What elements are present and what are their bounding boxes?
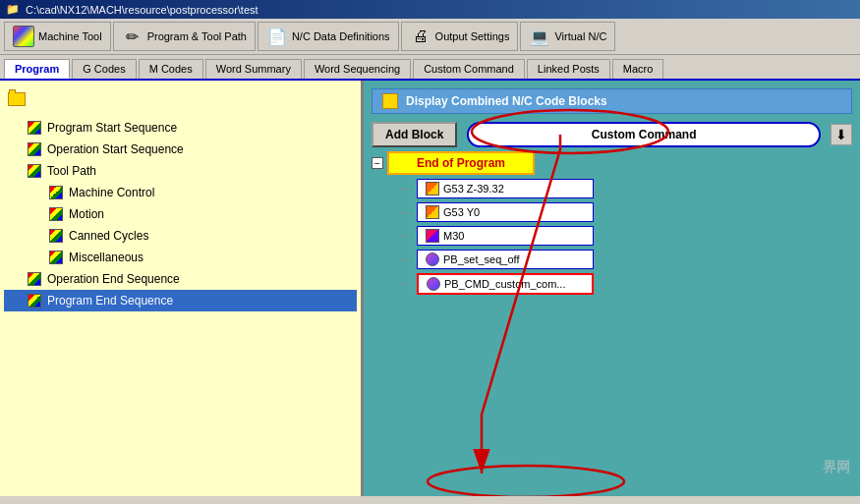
download-icon: ⬇ xyxy=(835,127,847,142)
colorblock-icon-miscellaneous xyxy=(47,249,65,266)
tree-label-operation-start: Operation Start Sequence xyxy=(47,142,184,156)
seq-item-g53-2[interactable]: G53 Y0 xyxy=(417,202,594,222)
end-of-program-block[interactable]: End of Program xyxy=(387,151,535,175)
connector-line-3 xyxy=(401,236,409,237)
combined-icon xyxy=(382,93,398,109)
main-content: Program Start Sequence Operation Start S… xyxy=(0,81,860,496)
pb-cmd-icon xyxy=(427,277,440,291)
tab-mcodes[interactable]: M Codes xyxy=(139,59,203,79)
tab-linked-posts[interactable]: Linked Posts xyxy=(527,59,610,79)
tab-macro[interactable]: Macro xyxy=(612,59,664,79)
tree-item-operation-end[interactable]: Operation End Sequence xyxy=(4,268,357,290)
nc-data-label: N/C Data Definitions xyxy=(292,30,390,42)
colorblock-icon-operation-start xyxy=(26,140,43,158)
expand-btn[interactable]: − xyxy=(372,157,383,169)
tree-label-machine-control: Machine Control xyxy=(69,186,154,199)
sequence-list: − End of Program G53 Z-39.32 G53 Y0 xyxy=(372,151,852,295)
tab-word-sequencing[interactable]: Word Sequencing xyxy=(304,59,411,79)
program-tool-path-btn[interactable]: ✏ Program & Tool Path xyxy=(113,22,256,51)
colorblock-icon-program-start xyxy=(26,119,43,137)
pb-set-label: PB_set_seq_off xyxy=(443,253,519,265)
program-tool-path-label: Program & Tool Path xyxy=(147,30,247,42)
combined-header: Display Combined N/C Code Blocks xyxy=(372,88,852,114)
download-button[interactable]: ⬇ xyxy=(831,124,852,145)
seq-item-pb-set[interactable]: PB_set_seq_off xyxy=(417,250,594,269)
tab-gcodes[interactable]: G Codes xyxy=(72,59,136,79)
svg-point-2 xyxy=(428,466,624,496)
seq-row-m30: M30 xyxy=(401,226,852,246)
end-of-program-label: End of Program xyxy=(417,156,505,170)
tree-item-program-end[interactable]: Program End Sequence xyxy=(4,290,357,311)
g53-1-icon xyxy=(426,182,439,196)
left-panel: Program Start Sequence Operation Start S… xyxy=(0,81,364,496)
connector-line-2 xyxy=(401,212,409,213)
end-of-program-row: − End of Program xyxy=(372,151,852,175)
add-block-button[interactable]: Add Block xyxy=(372,122,457,147)
seq-item-g53-1[interactable]: G53 Z-39.32 xyxy=(417,179,594,198)
seq-item-m30[interactable]: M30 xyxy=(417,226,594,246)
toolbar: Machine Tool ✏ Program & Tool Path 📄 N/C… xyxy=(0,19,860,55)
virtual-nc-btn[interactable]: 💻 Virtual N/C xyxy=(520,22,615,51)
tree-item-miscellaneous[interactable]: Miscellaneous xyxy=(4,247,357,268)
seq-row-g53-2: G53 Y0 xyxy=(401,202,852,222)
program-tool-path-icon: ✏ xyxy=(122,26,143,47)
tab-word-summary[interactable]: Word Summary xyxy=(205,59,302,79)
virtual-nc-label: Virtual N/C xyxy=(554,30,606,42)
seq-item-pb-cmd[interactable]: PB_CMD_custom_com... xyxy=(417,273,594,295)
tab-custom-command[interactable]: Custom Command xyxy=(413,59,525,79)
tree-item-program-start[interactable]: Program Start Sequence xyxy=(4,117,357,139)
machine-tool-btn[interactable]: Machine Tool xyxy=(4,22,111,51)
colorblock-icon-operation-end xyxy=(26,270,43,288)
tree-item-canned-cycles[interactable]: Canned Cycles xyxy=(4,225,357,247)
folder-icon: 📁 xyxy=(6,3,20,16)
m30-icon xyxy=(426,229,439,243)
right-panel: Display Combined N/C Code Blocks Add Blo… xyxy=(364,81,860,496)
colorblock-icon-machine-control xyxy=(47,184,65,201)
tree-label-miscellaneous: Miscellaneous xyxy=(69,251,143,264)
connector-line-4 xyxy=(401,259,409,260)
pb-cmd-label: PB_CMD_custom_com... xyxy=(444,278,565,290)
tree-item-operation-start[interactable]: Operation Start Sequence xyxy=(4,139,357,160)
seq-row-g53-1: G53 Z-39.32 xyxy=(401,179,852,198)
watermark: 界网 xyxy=(823,459,850,476)
output-settings-btn[interactable]: 🖨 Output Settings xyxy=(401,22,519,51)
tree-item-machine-control[interactable]: Machine Control xyxy=(4,182,357,203)
titlebar: 📁 C:\cad\NX12\MACH\resource\postprocesso… xyxy=(0,0,860,19)
tree-label-canned-cycles: Canned Cycles xyxy=(69,229,148,243)
tree-label-program-start: Program Start Sequence xyxy=(47,121,177,135)
tab-program[interactable]: Program xyxy=(4,59,70,79)
g53-2-label: G53 Y0 xyxy=(443,206,480,218)
machine-tool-label: Machine Tool xyxy=(38,30,102,42)
custom-command-dropdown[interactable]: Custom Command xyxy=(467,122,821,147)
nc-data-btn[interactable]: 📄 N/C Data Definitions xyxy=(258,22,399,51)
tree-label-program-end: Program End Sequence xyxy=(47,294,173,308)
controls-row: Add Block Custom Command ⬇ xyxy=(372,122,852,147)
nc-data-icon: 📄 xyxy=(266,26,288,47)
combined-header-label: Display Combined N/C Code Blocks xyxy=(406,94,607,108)
output-settings-label: Output Settings xyxy=(435,30,510,42)
colorblock-icon-canned-cycles xyxy=(47,227,65,245)
output-settings-icon: 🖨 xyxy=(410,26,431,47)
tree-label-tool-path: Tool Path xyxy=(47,164,96,178)
colorblock-icon-program-end xyxy=(26,292,43,309)
machine-tool-icon xyxy=(13,26,34,47)
tree-label-motion: Motion xyxy=(69,207,104,221)
tree-item-motion[interactable]: Motion xyxy=(4,203,357,225)
colorblock-icon-tool-path xyxy=(26,162,43,180)
title-path: C:\cad\NX12\MACH\resource\postprocessor\… xyxy=(26,4,258,16)
tabstrip: Program G Codes M Codes Word Summary Wor… xyxy=(0,55,860,81)
pb-set-icon xyxy=(426,252,439,266)
seq-row-pb-set: PB_set_seq_off xyxy=(401,250,852,269)
tree-label-operation-end: Operation End Sequence xyxy=(47,272,180,286)
m30-label: M30 xyxy=(443,230,464,242)
connector-line-5 xyxy=(401,284,409,285)
custom-command-label: Custom Command xyxy=(592,128,697,141)
g53-1-label: G53 Z-39.32 xyxy=(443,183,504,195)
seq-row-pb-cmd: PB_CMD_custom_com... xyxy=(401,273,852,295)
g53-2-icon xyxy=(426,205,439,219)
tree-item-tool-path[interactable]: Tool Path xyxy=(4,160,357,182)
connector-line xyxy=(401,189,409,190)
virtual-nc-icon: 💻 xyxy=(529,26,550,47)
colorblock-icon-motion xyxy=(47,205,65,223)
